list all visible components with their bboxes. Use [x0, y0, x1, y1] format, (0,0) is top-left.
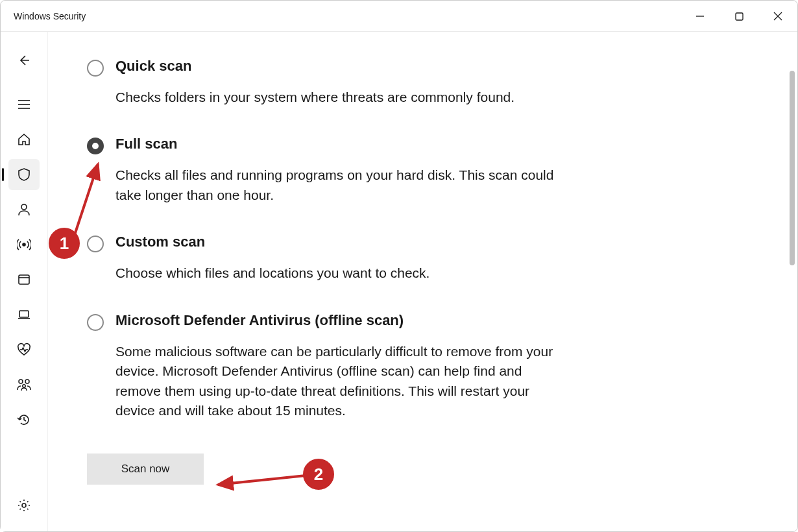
body-area: Quick scan Checks folders in your system…: [1, 32, 797, 531]
window-icon: [17, 272, 31, 287]
person-icon: [17, 202, 31, 217]
family-icon: [16, 378, 32, 392]
scan-option-custom[interactable]: Custom scan Choose which files and locat…: [87, 234, 758, 283]
minimize-icon: [695, 12, 705, 21]
sidebar-firewall[interactable]: [8, 229, 40, 260]
svg-line-18: [73, 164, 98, 239]
option-title: Quick scan: [115, 58, 570, 75]
sidebar-performance[interactable]: [8, 334, 40, 365]
laptop-icon: [17, 308, 31, 322]
close-icon: [773, 12, 782, 21]
sidebar-account-protection[interactable]: [8, 194, 40, 225]
svg-point-13: [19, 380, 23, 383]
radio-full[interactable]: [87, 138, 104, 154]
svg-line-20: [218, 476, 306, 485]
maximize-icon: [735, 12, 744, 21]
scan-now-button[interactable]: Scan now: [87, 453, 204, 485]
sidebar-device-security[interactable]: [8, 299, 40, 330]
option-text: Microsoft Defender Antivirus (offline sc…: [115, 312, 570, 421]
maximize-button[interactable]: [719, 1, 758, 32]
sidebar-settings[interactable]: [8, 490, 40, 521]
option-text: Custom scan Choose which files and locat…: [115, 234, 570, 283]
svg-rect-1: [736, 13, 743, 20]
sidebar-virus-protection[interactable]: [8, 159, 40, 190]
svg-point-15: [23, 385, 25, 387]
svg-point-16: [22, 503, 26, 507]
svg-point-14: [25, 380, 29, 383]
heart-pulse-icon: [17, 343, 31, 357]
option-desc: Choose which files and locations you wan…: [115, 263, 570, 283]
option-title: Full scan: [115, 136, 570, 152]
app-window: Windows Security: [0, 0, 798, 532]
option-text: Quick scan Checks folders in your system…: [115, 58, 570, 107]
titlebar: Windows Security: [1, 1, 797, 32]
scan-option-offline[interactable]: Microsoft Defender Antivirus (offline sc…: [87, 312, 758, 421]
option-desc: Checks all files and running programs on…: [115, 165, 570, 205]
sidebar: [1, 32, 47, 531]
svg-point-8: [23, 243, 25, 246]
option-desc: Checks folders in your system where thre…: [115, 88, 570, 107]
option-title: Custom scan: [115, 234, 570, 250]
svg-rect-9: [19, 275, 29, 284]
scan-option-full[interactable]: Full scan Checks all files and running p…: [87, 136, 758, 205]
svg-rect-11: [19, 311, 29, 317]
sidebar-app-browser[interactable]: [8, 264, 40, 295]
option-desc: Some malicious software can be particula…: [115, 342, 570, 421]
svg-point-7: [21, 204, 27, 210]
main-content: Quick scan Checks folders in your system…: [47, 32, 797, 531]
scrollbar-thumb[interactable]: [790, 71, 795, 265]
broadcast-icon: [17, 237, 31, 252]
annotation-callout-1: 1: [49, 228, 80, 259]
window-controls: [681, 1, 797, 32]
gear-icon: [17, 498, 31, 513]
scan-option-quick[interactable]: Quick scan Checks folders in your system…: [87, 58, 758, 107]
history-icon: [17, 413, 31, 427]
arrow-left-icon: [18, 54, 30, 67]
window-title: Windows Security: [14, 11, 86, 21]
scrollbar[interactable]: [790, 71, 795, 408]
option-title: Microsoft Defender Antivirus (offline sc…: [115, 312, 570, 329]
sidebar-family[interactable]: [8, 369, 40, 400]
sidebar-history[interactable]: [8, 404, 40, 435]
radio-offline[interactable]: [87, 314, 104, 331]
shield-icon: [17, 167, 31, 182]
hamburger-icon: [18, 99, 30, 110]
annotation-arrow-2: [208, 468, 312, 494]
option-text: Full scan Checks all files and running p…: [115, 136, 570, 205]
minimize-button[interactable]: [681, 1, 719, 32]
back-button[interactable]: [8, 45, 40, 76]
radio-quick[interactable]: [87, 60, 104, 77]
menu-button[interactable]: [8, 89, 40, 120]
sidebar-home[interactable]: [8, 124, 40, 155]
close-button[interactable]: [758, 1, 797, 32]
annotation-callout-2: 2: [303, 459, 334, 490]
home-icon: [17, 132, 31, 147]
